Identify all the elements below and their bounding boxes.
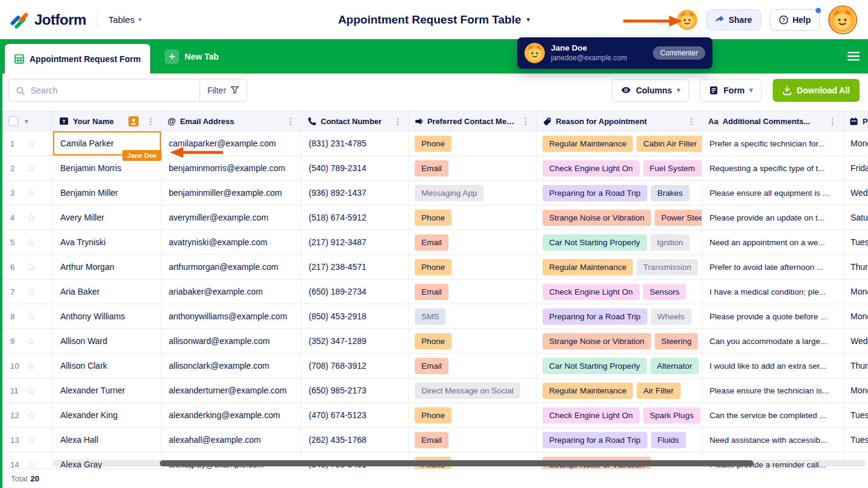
cell-contact-number[interactable]: (831) 231-4785	[301, 131, 409, 155]
cell-your-name[interactable]: Anthony Williams	[53, 304, 162, 328]
star-icon[interactable]: ☆	[27, 213, 36, 223]
column-menu-kebab[interactable]: ⋮	[284, 116, 295, 126]
cell-your-name[interactable]: Allison Clark	[53, 354, 162, 378]
cell-preferred-contact[interactable]: Phone	[409, 205, 536, 230]
search-input[interactable]	[9, 80, 200, 101]
cell-email-address[interactable]: benjaminmiller@example.com	[162, 181, 301, 205]
collaborator-avatar[interactable]	[677, 10, 697, 30]
cell-contact-number[interactable]: (217) 912-3487	[301, 230, 409, 254]
cell-reason-for-appointment[interactable]: Car Not Starting ProperlyIgnition	[536, 230, 702, 254]
form-button[interactable]: Form ▾	[700, 79, 762, 102]
cell-email-address[interactable]: benjaminmorris@example.com	[162, 156, 301, 180]
cell-email-address[interactable]: anthonywilliams@example.com	[162, 304, 301, 328]
cell-reason-for-appointment[interactable]: Car Not Starting ProperlyAlternator	[536, 354, 702, 378]
cell-preferred-contact[interactable]: Email	[409, 354, 536, 378]
star-icon[interactable]: ☆	[27, 287, 36, 297]
cell-email-address[interactable]: arthurmorgan@example.com	[162, 255, 301, 279]
new-tab-button[interactable]: + New Tab	[165, 49, 219, 64]
cell-additional-comments[interactable]: Please ensure the technician is...	[702, 378, 843, 402]
cell-preferred-contact[interactable]: Email	[409, 428, 536, 452]
account-avatar[interactable]	[828, 5, 857, 34]
cell-email-address[interactable]: alexanderking@example.com	[162, 403, 301, 427]
cell-your-name[interactable]: Alexander King	[53, 403, 162, 427]
cell-contact-number[interactable]: (352) 347-1289	[301, 329, 409, 353]
star-icon[interactable]: ☆	[27, 460, 36, 469]
cell-reason-for-appointment[interactable]: Check Engine Light OnSensors	[536, 280, 702, 304]
column-menu-kebab[interactable]: ⋮	[826, 116, 837, 126]
chevron-down-icon[interactable]: ▾	[25, 117, 28, 125]
cell-email-address[interactable]: ariabaker@example.com	[162, 280, 301, 304]
cell-reason-for-appointment[interactable]: Preparing for a Road TripBrakes	[536, 181, 702, 205]
cell-preferred-contact[interactable]: Email	[409, 280, 536, 304]
cell-your-name[interactable]: Avery Miller	[53, 205, 162, 230]
cell-additional-comments[interactable]: Prefer to avoid late afternoon ...	[702, 255, 843, 279]
column-menu-kebab[interactable]: ⋮	[685, 116, 696, 126]
cell-preferred-day[interactable]: Wednesday	[843, 329, 868, 353]
cell-preferred-contact[interactable]: Email	[409, 156, 536, 180]
star-icon[interactable]: ☆	[27, 336, 36, 346]
cell-reason-for-appointment[interactable]: Regular MaintenanceCabin Air Filter	[536, 131, 702, 155]
cell-additional-comments[interactable]: Can you accommodate a large...	[702, 329, 843, 353]
star-icon[interactable]: ☆	[27, 237, 36, 248]
select-all-checkbox[interactable]	[8, 116, 18, 126]
column-header-your-name[interactable]: T Your Name ⋮	[53, 111, 162, 131]
right-panel-toggle[interactable]	[848, 51, 860, 61]
column-header-contact-number[interactable]: Contact Number ⋮	[301, 111, 409, 131]
cell-preferred-day[interactable]: Wednesday	[843, 181, 868, 205]
cell-your-name[interactable]: Allison Ward	[53, 329, 162, 353]
cell-preferred-contact[interactable]: Email	[409, 230, 536, 254]
cell-preferred-day[interactable]: Tuesday	[843, 230, 868, 254]
cell-preferred-day[interactable]: Tuesday	[843, 403, 868, 427]
cell-preferred-contact[interactable]: Phone	[409, 255, 536, 279]
cell-reason-for-appointment[interactable]: Check Engine Light OnFuel System	[536, 156, 702, 180]
cell-reason-for-appointment[interactable]: Preparing for a Road TripFluids	[536, 428, 702, 452]
cell-your-name[interactable]: Ava Tryniski	[53, 230, 162, 254]
cell-preferred-contact[interactable]: Phone	[409, 131, 536, 155]
filter-button[interactable]: Filter	[200, 80, 247, 101]
column-header-email-address[interactable]: @ Email Address ⋮	[162, 111, 301, 131]
cell-reason-for-appointment[interactable]: Check Engine Light OnSpark Plugs	[536, 403, 702, 427]
cell-your-name[interactable]: Alexa Hall	[53, 428, 162, 452]
cell-additional-comments[interactable]: I have a medical condition; ple...	[702, 280, 843, 304]
cell-reason-for-appointment[interactable]: Strange Noise or VibrationPower Steering	[536, 205, 702, 230]
cell-preferred-contact[interactable]: Direct Message on Social	[409, 378, 536, 402]
cell-reason-for-appointment[interactable]: Strange Noise or VibrationSteering	[536, 329, 702, 353]
cell-contact-number[interactable]: (850) 453-2918	[301, 304, 409, 328]
cell-preferred-day[interactable]: Saturday	[843, 205, 868, 230]
column-header-preferred-day[interactable]: Preferred Day ⋮	[843, 111, 868, 131]
cell-your-name[interactable]: Arthur Morgan	[53, 255, 162, 279]
star-icon[interactable]: ☆	[27, 139, 36, 149]
cell-email-address[interactable]: allisonclark@example.com	[162, 354, 301, 378]
cell-contact-number[interactable]: (262) 435-1768	[301, 428, 409, 452]
cell-email-address[interactable]: avatryniski@example.com	[162, 230, 301, 254]
jotform-brand[interactable]: Jotform	[10, 10, 86, 30]
cell-additional-comments[interactable]: Requesting a specific type of t...	[702, 156, 843, 180]
cell-additional-comments[interactable]: I would like to add an extra ser...	[702, 354, 843, 378]
cell-additional-comments[interactable]: Can the service be completed ...	[702, 403, 843, 427]
cell-contact-number[interactable]: (470) 674-5123	[301, 403, 409, 427]
cell-contact-number[interactable]: (518) 674-5912	[301, 205, 409, 230]
cell-additional-comments[interactable]: Please ensure all equipment is ...	[702, 181, 843, 205]
star-icon[interactable]: ☆	[27, 262, 36, 272]
cell-preferred-day[interactable]: Monday	[843, 280, 868, 304]
column-header-preferred-contact[interactable]: Preferred Contact Method ⋮	[409, 111, 536, 131]
cell-your-name[interactable]: Benjamin Miller	[53, 181, 162, 205]
cell-preferred-contact[interactable]: SMS	[409, 304, 536, 328]
cell-additional-comments[interactable]: Need an appointment on a we...	[702, 230, 843, 254]
cell-preferred-day[interactable]: Tuesday	[843, 428, 868, 452]
cell-preferred-day[interactable]: Thursday	[843, 354, 868, 378]
cell-additional-comments[interactable]: Prefer a specific technician for...	[702, 131, 843, 155]
cell-preferred-contact[interactable]: Phone	[409, 329, 536, 353]
star-icon[interactable]: ☆	[27, 435, 36, 445]
cell-additional-comments[interactable]: Need assistance with accessib...	[702, 428, 843, 452]
cell-email-address[interactable]: averymiller@example.com	[162, 205, 301, 230]
cell-preferred-contact[interactable]: Phone	[409, 403, 536, 427]
cell-your-name[interactable]: Camila ParkerJane Doe	[53, 131, 162, 155]
cell-contact-number[interactable]: (936) 892-1437	[301, 181, 409, 205]
column-header-reason-for-appointment[interactable]: Reason for Appointment ⋮	[536, 111, 702, 131]
star-icon[interactable]: ☆	[27, 386, 36, 396]
cell-reason-for-appointment[interactable]: Preparing for a Road TripWheels	[536, 304, 702, 328]
share-button[interactable]: Share	[706, 9, 761, 31]
cell-additional-comments[interactable]: Please provide an update on t...	[702, 205, 843, 230]
star-icon[interactable]: ☆	[27, 188, 36, 198]
